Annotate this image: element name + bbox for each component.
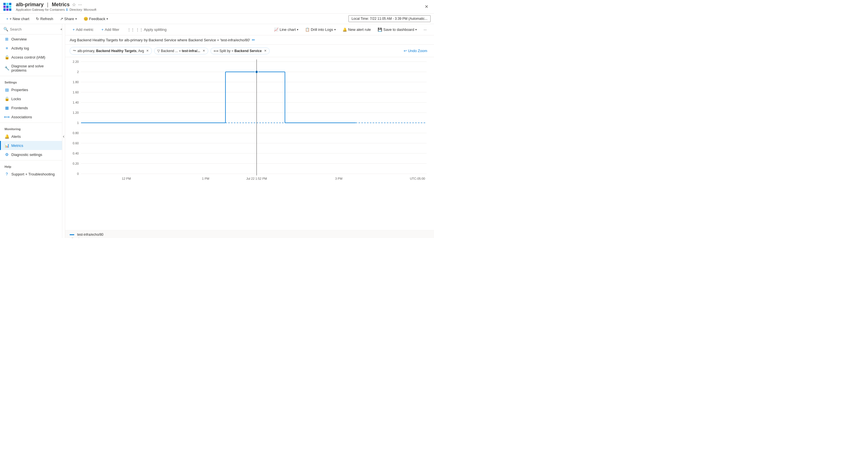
sidebar-item-associations[interactable]: ⟺ Associations bbox=[0, 112, 62, 122]
line-chart-chevron-icon: ▾ bbox=[297, 28, 298, 31]
sidebar: 🔍 ≪ ⊞ Overview ≡ Activity log 🔒 Access c… bbox=[0, 24, 62, 238]
more-options-button[interactable]: ··· bbox=[78, 2, 82, 7]
apply-splitting-button[interactable]: ⋮⋮ ⋮⋮ Apply splitting bbox=[124, 26, 169, 33]
svg-text:0.40: 0.40 bbox=[73, 152, 79, 155]
undo-zoom-icon: ↩ bbox=[404, 49, 407, 53]
svg-text:3 PM: 3 PM bbox=[335, 177, 342, 180]
svg-text:2.20: 2.20 bbox=[73, 60, 79, 63]
feedback-button[interactable]: 😊 Feedback ▾ bbox=[81, 15, 111, 22]
add-filter-button[interactable]: + Add filter bbox=[99, 26, 122, 33]
svg-text:0.20: 0.20 bbox=[73, 162, 79, 165]
save-to-dashboard-button[interactable]: 💾 Save to dashboard ▾ bbox=[375, 26, 420, 33]
info-icon: ℹ bbox=[66, 8, 68, 11]
drill-logs-label: Drill into Logs bbox=[311, 28, 333, 32]
refresh-button[interactable]: ↻ Refresh bbox=[33, 15, 56, 22]
split-chip[interactable]: ⟺ Split by = Backend Service ✕ bbox=[211, 47, 270, 54]
collapse-sidebar-button[interactable]: ≪ bbox=[59, 26, 62, 32]
properties-icon: ▤ bbox=[4, 88, 9, 92]
metric-chip-close[interactable]: ✕ bbox=[146, 49, 149, 53]
new-chart-label: + New chart bbox=[10, 17, 29, 21]
sidebar-item-metrics[interactable]: 📊 Metrics bbox=[0, 141, 62, 150]
diagnostic-settings-icon: ⚙ bbox=[4, 152, 9, 157]
metrics-chart: 2.20 2 1.80 1.60 1.40 1.20 1 0.80 0.60 0… bbox=[70, 60, 430, 181]
svg-text:Jul 22 1:52 PM: Jul 22 1:52 PM bbox=[246, 177, 267, 180]
svg-text:2: 2 bbox=[77, 70, 79, 74]
sidebar-item-frontends[interactable]: ▦ Frontends bbox=[0, 103, 62, 112]
sidebar-item-properties[interactable]: ▤ Properties bbox=[0, 85, 62, 94]
legend-item: test-infra/echo/80 bbox=[70, 233, 430, 237]
legend-color-swatch bbox=[70, 234, 74, 235]
associations-icon: ⟺ bbox=[4, 114, 9, 119]
sidebar-collapse-handle[interactable]: ‹ bbox=[62, 24, 65, 238]
collapse-button[interactable]: ‹ bbox=[62, 133, 65, 140]
svg-text:1: 1 bbox=[77, 121, 79, 125]
svg-text:12 PM: 12 PM bbox=[122, 177, 131, 180]
sidebar-item-access-control[interactable]: 🔒 Access control (IAM) bbox=[0, 53, 62, 62]
sidebar-item-activity-log[interactable]: ≡ Activity log bbox=[0, 43, 62, 53]
locks-icon: 🔒 bbox=[4, 97, 9, 101]
share-button[interactable]: ↗ Share ▾ bbox=[57, 15, 80, 22]
metrics-panel: + Add metric + Add filter ⋮⋮ ⋮⋮ Apply sp… bbox=[65, 24, 434, 238]
sidebar-item-diagnostic-settings[interactable]: ⚙ Diagnostic settings bbox=[0, 150, 62, 159]
support-icon: ? bbox=[4, 172, 9, 176]
more-metrics-button[interactable]: ··· bbox=[421, 26, 430, 33]
sidebar-item-alerts[interactable]: 🔔 Alerts bbox=[0, 132, 62, 141]
settings-header: Settings bbox=[0, 77, 62, 85]
add-metric-button[interactable]: + Add metric bbox=[70, 26, 96, 33]
filter-chip-close[interactable]: ✕ bbox=[203, 49, 205, 53]
time-range-selector[interactable]: Local Time: 7/22 11:05 AM - 3:39 PM (Aut… bbox=[348, 15, 431, 22]
metric-chip-text: alb-primary, Backend Healthy Targets, Av… bbox=[78, 49, 144, 53]
undo-zoom-button[interactable]: ↩ Undo Zoom bbox=[401, 47, 430, 54]
filter-chips-row: 〜 alb-primary, Backend Healthy Targets, … bbox=[65, 45, 434, 57]
chart-legend: test-infra/echo/80 alb-primary 2 bbox=[65, 230, 434, 238]
diagnose-icon: 🔧 bbox=[4, 66, 9, 70]
save-dashboard-chevron-icon: ▾ bbox=[415, 28, 417, 31]
sidebar-item-overview[interactable]: ⊞ Overview bbox=[0, 35, 62, 43]
properties-label: Properties bbox=[11, 88, 28, 92]
search-input[interactable] bbox=[10, 27, 58, 31]
alert-rule-label: New alert rule bbox=[348, 28, 371, 32]
edit-description-icon[interactable]: ✏ bbox=[252, 38, 255, 42]
monitoring-header: Monitoring bbox=[0, 124, 62, 132]
sidebar-item-support[interactable]: ? Support + Troubleshooting bbox=[0, 170, 62, 178]
split-chip-icon: ⟺ bbox=[214, 49, 218, 53]
title-area: alb-primary | Metrics ☆ ··· Application … bbox=[16, 2, 96, 11]
sidebar-item-locks[interactable]: 🔒 Locks bbox=[0, 94, 62, 103]
svg-text:0: 0 bbox=[77, 172, 79, 175]
drill-into-logs-button[interactable]: 📋 Drill into Logs ▾ bbox=[302, 26, 339, 33]
svg-rect-6 bbox=[3, 8, 6, 11]
legend-series-name: test-infra/echo/80 bbox=[77, 233, 103, 237]
diagnostic-settings-label: Diagnostic settings bbox=[11, 152, 42, 157]
metric-chip[interactable]: 〜 alb-primary, Backend Healthy Targets, … bbox=[70, 47, 152, 55]
metrics-toolbar-right: 📈 Line chart ▾ 📋 Drill into Logs ▾ 🔔 New… bbox=[271, 26, 430, 33]
filter-chip[interactable]: ▽ Backend ... = test-infra/... ✕ bbox=[154, 47, 208, 54]
svg-rect-3 bbox=[3, 6, 6, 8]
svg-rect-4 bbox=[6, 6, 8, 8]
top-header: alb-primary | Metrics ☆ ··· Application … bbox=[0, 0, 434, 13]
legend-resource: alb-primary bbox=[70, 237, 430, 238]
alert-rule-icon: 🔔 bbox=[342, 28, 347, 32]
refresh-icon: ↻ bbox=[36, 17, 39, 21]
overview-icon: ⊞ bbox=[4, 37, 9, 41]
add-filter-icon: + bbox=[101, 28, 104, 32]
line-chart-icon: 📈 bbox=[274, 28, 278, 32]
metric-chip-icon: 〜 bbox=[73, 48, 76, 53]
metric-description-text: Avg Backend Healthy Targets for alb-prim… bbox=[70, 38, 250, 42]
new-chart-button[interactable]: + + New chart bbox=[3, 15, 32, 22]
close-button[interactable]: ✕ bbox=[423, 3, 431, 10]
line-chart-button[interactable]: 📈 Line chart ▾ bbox=[271, 26, 301, 33]
drill-logs-icon: 📋 bbox=[305, 28, 310, 32]
new-alert-rule-button[interactable]: 🔔 New alert rule bbox=[340, 26, 374, 33]
sidebar-search-container: 🔍 ≪ bbox=[0, 24, 62, 35]
sidebar-item-diagnose[interactable]: 🔧 Diagnose and solve problems bbox=[0, 62, 62, 75]
favorite-button[interactable]: ☆ bbox=[72, 2, 76, 7]
diagnose-label: Diagnose and solve problems bbox=[11, 64, 58, 72]
split-chip-close[interactable]: ✕ bbox=[264, 49, 267, 53]
help-header: Help bbox=[0, 162, 62, 170]
access-control-label: Access control (IAM) bbox=[11, 55, 45, 60]
add-metric-icon: + bbox=[72, 28, 75, 32]
frontends-icon: ▦ bbox=[4, 106, 9, 110]
metrics-icon: 📊 bbox=[4, 143, 9, 148]
app-logo bbox=[3, 3, 11, 11]
apply-splitting-label: ⋮⋮ Apply splitting bbox=[136, 28, 166, 32]
